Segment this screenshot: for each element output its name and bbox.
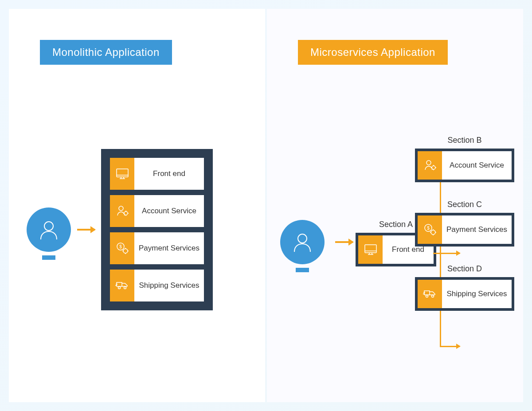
user-icon [27, 207, 71, 252]
service-label: Shipping Services [134, 270, 204, 301]
section-b-wrap: Section B Account Service [415, 136, 514, 182]
microservices-title: Microservices Application [298, 40, 448, 65]
user-gear-icon [110, 195, 134, 227]
service-payment: Payment Services [110, 232, 204, 264]
service-label: Account Service [134, 195, 204, 227]
flow-arrow-icon [440, 346, 460, 347]
section-c-box: Payment Services [415, 213, 514, 247]
section-c-wrap: Section C Payment Services [415, 200, 514, 247]
monolithic-row: Front end Account Service Payment Servic… [27, 149, 256, 310]
microservices-area: Section A Front end Section B [276, 131, 514, 371]
section-c-label: Section C [415, 200, 514, 209]
microservices-panel: Microservices Application Section A Fron… [267, 9, 523, 402]
service-label: Account Service [442, 151, 512, 180]
service-shipping: Shipping Services [418, 280, 512, 308]
service-label: Payment Services [134, 232, 204, 264]
service-label: Payment Services [442, 215, 512, 244]
section-d-box: Shipping Services [415, 277, 514, 311]
microservices-column: Section B Account Service Section C Paym… [415, 136, 514, 311]
section-d-wrap: Section D Shipping Services [415, 264, 514, 311]
service-label: Shipping Services [442, 280, 512, 308]
service-account: Account Service [418, 151, 512, 180]
truck-icon [418, 280, 442, 308]
service-account: Account Service [110, 195, 204, 227]
flow-arrow-icon [77, 229, 95, 231]
monitor-icon [110, 158, 134, 190]
section-b-label: Section B [415, 136, 514, 145]
money-gear-icon [418, 215, 442, 244]
user-icon [280, 220, 325, 264]
monolithic-panel: Monolithic Application Front end Account… [9, 9, 265, 402]
user-icon-wrap [280, 220, 325, 264]
monolithic-title: Monolithic Application [40, 40, 172, 65]
truck-icon [110, 270, 134, 301]
flow-arrow-icon [335, 241, 353, 243]
section-d-label: Section D [415, 264, 514, 274]
service-shipping: Shipping Services [110, 270, 204, 301]
monolithic-app-box: Front end Account Service Payment Servic… [101, 149, 213, 310]
user-gear-icon [418, 151, 442, 180]
money-gear-icon [110, 232, 134, 264]
diagram-container: Monolithic Application Front end Account… [9, 9, 523, 402]
service-frontend: Front end [110, 158, 204, 190]
service-label: Front end [134, 158, 204, 190]
monitor-icon [358, 235, 383, 264]
section-b-box: Account Service [415, 149, 514, 182]
service-payment: Payment Services [418, 215, 512, 244]
